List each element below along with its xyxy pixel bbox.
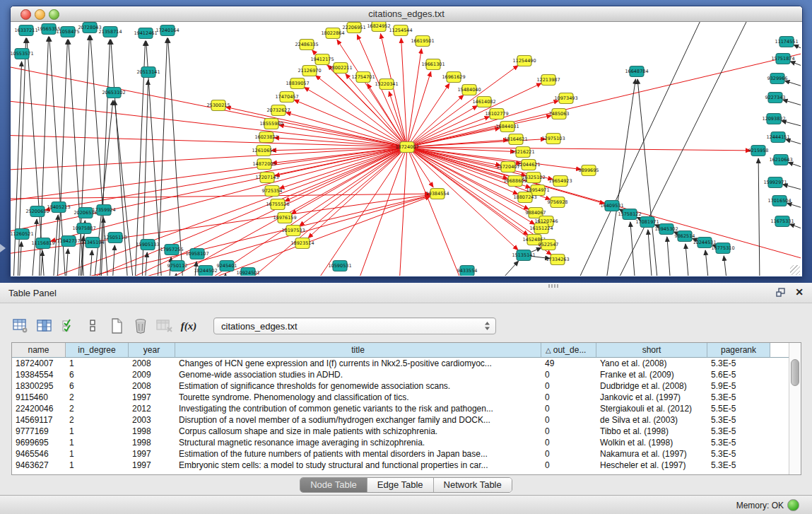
table-row[interactable]: 911546021997Tourette syndrome. Phenomeno… (12, 392, 789, 403)
graph-node[interactable]: 10958107 (185, 249, 208, 259)
network-canvas-svg[interactable]: 1872400722486335194121752112697018839057… (11, 22, 801, 276)
graph-node[interactable]: 18244502 (194, 266, 217, 276)
graph-node[interactable]: 10553571 (11, 49, 34, 59)
create-column-icon[interactable] (107, 317, 126, 335)
graph-node[interactable]: 9899695 (579, 165, 599, 176)
graph-node[interactable]: 18022864 (321, 28, 344, 39)
graph-node[interactable]: 25300215 (206, 100, 230, 111)
graph-node[interactable]: 17957255 (160, 245, 183, 255)
graph-node[interactable]: 11345194 (81, 238, 104, 248)
tab-network-table[interactable]: Network Table (433, 478, 512, 492)
graph-node[interactable]: 9756928 (548, 197, 568, 208)
graph-node[interactable]: 12610651 (252, 146, 275, 156)
graph-node[interactable]: 18102779 (485, 109, 508, 119)
graph-node[interactable]: 15905133 (136, 240, 159, 250)
table-row[interactable]: 946362711997Embryonic stem cells: a mode… (12, 460, 789, 471)
graph-node[interactable]: 9227343 (765, 93, 786, 103)
delete-column-icon[interactable] (131, 317, 150, 335)
graph-node[interactable]: 10924501 (236, 268, 259, 276)
graph-node[interactable]: 16337211 (14, 25, 37, 36)
row-height-icon[interactable] (83, 317, 102, 335)
graph-node[interactable]: 22044621 (517, 160, 540, 170)
column-header-year[interactable]: year (129, 343, 175, 358)
graph-node[interactable]: 9862514 (675, 231, 695, 242)
graph-node[interactable]: 12505113 (103, 233, 126, 243)
table-mode-icon[interactable] (11, 317, 30, 335)
graph-node[interactable]: 17240164 (155, 25, 179, 36)
graph-node[interactable]: 16210643 (769, 155, 792, 165)
graph-node[interactable]: 22486335 (295, 40, 318, 50)
graph-node[interactable]: 20732627 (266, 105, 290, 116)
graph-node[interactable]: 14614082 (472, 97, 495, 107)
graph-node[interactable]: 17207143 (255, 173, 278, 183)
network-canvas[interactable]: 1872400722486335194121752112697018839057… (11, 22, 801, 276)
window-titlebar[interactable]: citations_edges.txt (11, 6, 802, 22)
column-header-title[interactable]: title (175, 343, 541, 358)
graph-node[interactable]: 9750112 (167, 261, 188, 271)
graph-node[interactable]: 11675331 (770, 216, 794, 227)
graph-node[interactable]: 19661301 (421, 59, 445, 70)
graph-node[interactable]: 15751874 (771, 54, 794, 64)
splitter-handle[interactable] (548, 284, 560, 288)
graph-node[interactable]: 25200650 (25, 206, 49, 217)
graph-node[interactable]: 11942737 (57, 236, 80, 247)
delete-table-icon[interactable] (155, 317, 174, 335)
column-header-name[interactable]: name (12, 343, 66, 358)
graph-node[interactable]: 16023823 (254, 132, 278, 143)
function-builder-icon[interactable]: f(x) (180, 317, 198, 335)
graph-node[interactable]: 17334263 (546, 255, 569, 265)
column-header-short[interactable]: short (596, 343, 707, 358)
graph-node[interactable]: 9725354 (262, 186, 283, 197)
table-row[interactable]: 977716911998Corpus callosum shape and si… (12, 426, 789, 437)
table-row[interactable]: 969969511998Structural magnetic resonanc… (12, 437, 789, 448)
graph-node[interactable]: 18002211 (329, 63, 352, 74)
graph-node[interactable]: 16824952 (367, 22, 390, 32)
graph-node[interactable]: 9329966 (767, 74, 788, 84)
graph-node[interactable]: 13220341 (375, 79, 398, 90)
close-panel-icon[interactable]: ✕ (795, 286, 804, 298)
graph-node[interactable]: 18405213 (47, 202, 70, 213)
graph-node[interactable]: 14872005 (252, 159, 276, 170)
float-panel-icon[interactable] (776, 288, 787, 298)
memory-status-indicator[interactable] (787, 499, 799, 511)
graph-node[interactable]: 20513141 (136, 67, 160, 78)
vertical-scrollbar[interactable] (789, 343, 801, 474)
table-row[interactable]: 1872400712008Changes of HCN gene express… (12, 358, 789, 369)
graph-node[interactable]: 18164621 (504, 134, 527, 145)
column-header-out-degree[interactable]: △out_de... (541, 343, 596, 358)
graph-node[interactable]: 10975887 (72, 223, 95, 234)
graph-node[interactable]: 16961629 (442, 72, 465, 83)
table-row[interactable]: 1830029562008Estimation of significance … (12, 380, 789, 392)
table-row[interactable]: 2242004622012Investigating the contribut… (12, 403, 789, 414)
graph-node[interactable]: 19412175 (310, 54, 334, 65)
graph-node[interactable]: 9433554 (457, 266, 478, 276)
graph-node[interactable]: 10973493 (554, 93, 577, 104)
graph-node[interactable]: 19654923 (548, 176, 572, 187)
graph-node[interactable]: 21126970 (298, 66, 321, 76)
graph-node[interactable]: 16648784 (625, 66, 648, 77)
graph-node[interactable]: 10590531 (328, 261, 351, 271)
graph-node[interactable]: 19384554 (425, 189, 449, 199)
graph-node[interactable]: 18839057 (286, 78, 309, 89)
graph-node[interactable]: 12754701 (351, 72, 375, 83)
graph-node[interactable]: 20653102 (102, 88, 125, 98)
column-visibility-icon[interactable] (59, 317, 78, 335)
panel-edge-handle[interactable] (0, 244, 6, 252)
graph-node[interactable]: 15992971 (763, 177, 787, 188)
graph-node[interactable]: 12093832 (762, 114, 785, 124)
table-selector-combo[interactable]: citations_edges.txt (213, 317, 496, 334)
graph-node[interactable]: 12444151 (766, 132, 789, 143)
graph-node[interactable]: 9215958 (748, 146, 769, 156)
graph-node[interactable]: 17016504 (767, 196, 791, 206)
graph-node[interactable]: 12975103 (541, 134, 565, 144)
scrollbar-thumb[interactable] (791, 359, 799, 386)
graph-node[interactable]: 22206951 (342, 23, 365, 33)
graph-node[interactable]: 7485063 (549, 109, 570, 119)
column-header-pagerank[interactable]: pagerank (707, 343, 770, 358)
column-header-in-degree[interactable]: in_degree (66, 343, 129, 358)
graph-node[interactable]: 16619501 (411, 36, 434, 47)
tab-node-table[interactable]: Node Table (300, 478, 367, 492)
graph-node[interactable]: 9245401 (217, 261, 237, 271)
graph-node[interactable]: 11254490 (512, 56, 536, 66)
graph-node[interactable]: 19412461 (134, 28, 157, 39)
